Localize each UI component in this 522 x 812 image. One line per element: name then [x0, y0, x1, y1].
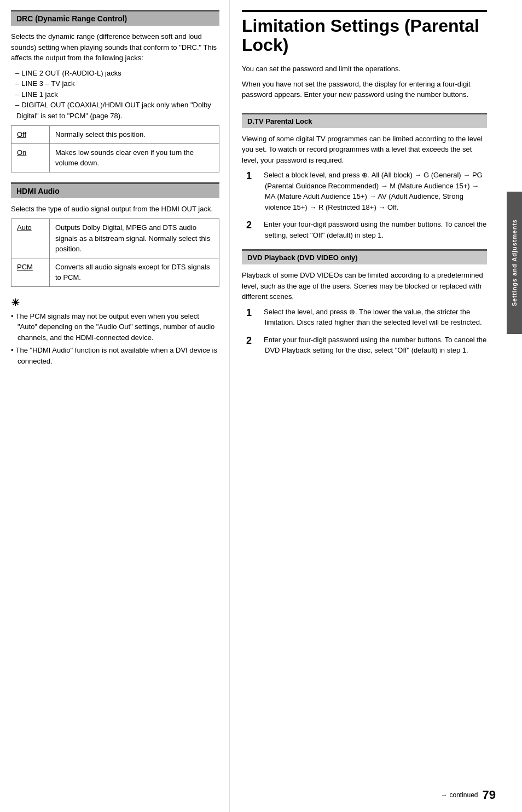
dtv-step-2: 2 Enter your four-digit password using t…: [242, 219, 487, 240]
continued-label: → continued: [440, 791, 478, 799]
dtv-step-1: 1 Select a block level, and press ⊕. All…: [242, 170, 487, 212]
drc-header: DRC (Dynamic Range Control): [11, 10, 219, 26]
option-label: Off: [11, 126, 50, 144]
page-number: 79: [483, 788, 496, 802]
hdmi-table: Auto Outputs Dolby Digital, MPEG and DTS…: [11, 218, 219, 287]
right-intro1: You can set the password and limit the o…: [242, 64, 487, 74]
hdmi-header: HDMI Audio: [11, 182, 219, 198]
hdmi-intro: Selects the type of audio signal output …: [11, 204, 219, 215]
list-item: DIGITAL OUT (COAXIAL)/HDMI OUT jack only…: [11, 100, 219, 121]
step-number: 2: [247, 219, 260, 240]
dtv-section: D.TV Parental Lock Viewing of some digit…: [242, 113, 487, 241]
right-column: Limitation Settings (Parental Lock) You …: [230, 0, 507, 812]
list-item: LINE 3 – TV jack: [11, 78, 219, 89]
arrow-icon: →: [440, 791, 447, 799]
option-desc: Converts all audio signals except for DT…: [50, 258, 219, 286]
option-desc: Outputs Dolby Digital, MPEG and DTS audi…: [50, 219, 219, 258]
dvd-step-1: 1 Select the level, and press ⊕. The low…: [242, 307, 487, 328]
dvd-steps: 1 Select the level, and press ⊕. The low…: [242, 307, 487, 356]
drc-jacks-list: LINE 2 OUT (R-AUDIO-L) jacks LINE 3 – TV…: [11, 68, 219, 122]
step-number: 1: [247, 170, 260, 212]
drc-section: DRC (Dynamic Range Control) Selects the …: [11, 10, 219, 172]
option-label: Auto: [11, 219, 50, 258]
step-number: 2: [247, 335, 260, 356]
hdmi-section: HDMI Audio Selects the type of audio sig…: [11, 182, 219, 367]
table-row: On Makes low sounds clear even if you tu…: [11, 143, 219, 172]
table-row: PCM Converts all audio signals except fo…: [11, 258, 219, 286]
table-row: Off Normally select this position.: [11, 126, 219, 144]
step-text: Enter your four-digit password using the…: [265, 219, 487, 240]
continued-text: continued: [449, 791, 478, 799]
page-footer: → continued 79: [440, 788, 496, 802]
dvd-intro: Playback of some DVD VIDEOs can be limit…: [242, 270, 487, 302]
step-text: Select the level, and press ⊕. The lower…: [265, 307, 487, 328]
side-tab: Settings and Adjustments: [507, 192, 522, 334]
dtv-header: D.TV Parental Lock: [242, 113, 487, 128]
list-item: The "HDMI Audio" function is not availab…: [11, 345, 219, 366]
dvd-section: DVD Playback (DVD VIDEO only) Playback o…: [242, 249, 487, 356]
dvd-header: DVD Playback (DVD VIDEO only): [242, 249, 487, 264]
drc-table: Off Normally select this position. On Ma…: [11, 125, 219, 172]
list-item: The PCM signals may not be output even w…: [11, 311, 219, 343]
hdmi-notes: ☀ The PCM signals may not be output even…: [11, 297, 219, 367]
option-label: PCM: [11, 258, 50, 286]
notes-list: The PCM signals may not be output even w…: [11, 311, 219, 367]
main-title: Limitation Settings (Parental Lock): [242, 10, 487, 55]
left-column: DRC (Dynamic Range Control) Selects the …: [0, 0, 230, 812]
right-intro2: When you have not set the password, the …: [242, 79, 487, 100]
page: DRC (Dynamic Range Control) Selects the …: [0, 0, 522, 812]
dtv-intro: Viewing of some digital TV programmes ca…: [242, 134, 487, 166]
list-item: LINE 1 jack: [11, 89, 219, 100]
step-text: Enter your four-digit password using the…: [265, 335, 487, 356]
option-label: On: [11, 143, 50, 172]
option-desc: Makes low sounds clear even if you turn …: [50, 143, 219, 172]
option-desc: Normally select this position.: [50, 126, 219, 144]
dvd-step-2: 2 Enter your four-digit password using t…: [242, 335, 487, 356]
side-tab-label: Settings and Adjustments: [511, 219, 518, 306]
step-text: Select a block level, and press ⊕. All (…: [265, 170, 487, 212]
drc-intro: Selects the dynamic range (difference be…: [11, 31, 219, 64]
list-item: LINE 2 OUT (R-AUDIO-L) jacks: [11, 68, 219, 79]
step-number: 1: [247, 307, 260, 328]
table-row: Auto Outputs Dolby Digital, MPEG and DTS…: [11, 219, 219, 258]
note-icon: ☀: [11, 297, 219, 309]
dtv-steps: 1 Select a block level, and press ⊕. All…: [242, 170, 487, 240]
